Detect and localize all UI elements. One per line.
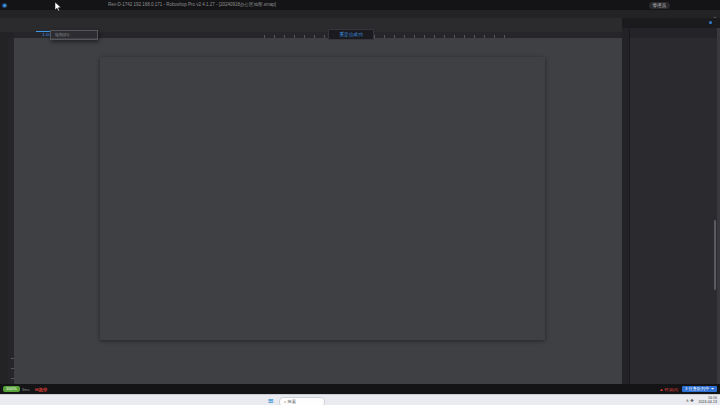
- right-properties-panel: [629, 28, 718, 384]
- ribbon-tab-bar: [0, 10, 720, 18]
- status-bar: 100% 3ms 已急停 ▲ 错误(4) 3 任务队列中 ⏷: [0, 384, 720, 394]
- clock-date: 2024-04-13: [699, 400, 717, 404]
- error-count[interactable]: ▲ 错误(4): [659, 387, 678, 392]
- mouse-cursor: [55, 2, 62, 12]
- window-title: Rev-D-1742 192.168.0.171 - Roboshop Pro …: [108, 0, 276, 10]
- panel-tab-bar: [630, 28, 718, 38]
- start-button[interactable]: ⊞: [268, 397, 275, 404]
- left-icon-strip: [0, 32, 8, 384]
- draw-tools-dropdown: 绘制(D): [50, 30, 98, 40]
- title-bar: ◉ Rev-D-1742 192.168.0.171 - Roboshop Pr…: [0, 0, 720, 10]
- app-logo-icon: ◉: [2, 2, 9, 9]
- taskbar-clock[interactable]: 16:16 2024-04-13: [699, 396, 717, 405]
- ribbon-collapse-icon[interactable]: ⌄: [713, 13, 717, 19]
- map-sheet[interactable]: [100, 57, 545, 340]
- panel-scrollbar[interactable]: [714, 220, 716, 290]
- system-tray[interactable]: ∧ ❖: [686, 395, 694, 405]
- windows-taskbar: ⊞ ⌕ 搜索 ∧ ❖ 16:16 2024-04-13: [0, 394, 720, 405]
- user-badge[interactable]: 管理员: [649, 2, 671, 9]
- latency-label: 3ms: [22, 387, 30, 392]
- battery-badge: 100%: [3, 386, 20, 392]
- notification-dot: [709, 21, 712, 24]
- estop-alert: 已急停: [35, 387, 48, 392]
- task-queue-badge[interactable]: 3 任务队列中 ⏷: [682, 386, 717, 393]
- panel-gutter: [622, 28, 629, 384]
- dropdown-title: 绘制(D): [51, 31, 97, 39]
- taskbar-search[interactable]: ⌕ 搜索: [279, 397, 325, 405]
- relocate-toast: 重定位成功: [328, 29, 374, 40]
